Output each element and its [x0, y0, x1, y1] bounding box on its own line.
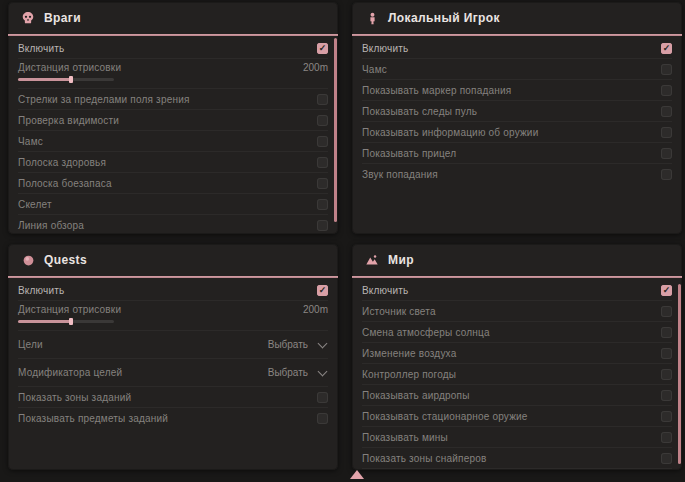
setting-label: Включить [362, 285, 408, 296]
panel-header[interactable]: Враги [8, 2, 338, 34]
setting-row-slider: Дистанция отрисовки200m [18, 59, 328, 89]
person-icon [365, 11, 379, 25]
setting-row: Включить✓ [362, 38, 672, 59]
checkbox[interactable]: ✓ [661, 106, 672, 117]
setting-row-dropdown: ЦелиВыбрать [18, 331, 328, 359]
panel-world: Мир Включить✓Источник света✓Смена атмосф… [352, 244, 682, 470]
checkmark-icon: ✓ [319, 286, 327, 295]
setting-label: Контроллер погоды [362, 369, 456, 380]
setting-label: Показать зоны заданий [18, 392, 131, 403]
mountain-icon [365, 253, 379, 267]
setting-label: Показывать информацию об оружии [362, 127, 538, 138]
setting-row: Контроллер погоды✓ [362, 364, 672, 385]
setting-label: Включить [18, 285, 64, 296]
setting-row: Изменение воздуха✓ [362, 343, 672, 364]
setting-label: Полоска здоровья [18, 157, 106, 168]
panel-local-player: Локальный Игрок Включить✓Чамс✓Показывать… [352, 2, 682, 234]
distance-slider[interactable] [18, 320, 114, 323]
setting-label: Показывать предметы заданий [18, 413, 168, 424]
checkbox[interactable]: ✓ [317, 392, 328, 403]
slider-handle[interactable] [69, 76, 73, 83]
panel-header[interactable]: Мир [352, 244, 682, 276]
checkbox[interactable]: ✓ [661, 127, 672, 138]
checkbox[interactable]: ✓ [661, 285, 672, 296]
setting-row: Полоска боезапаса✓ [18, 173, 328, 194]
panel-title: Quests [44, 253, 87, 267]
setting-label: Звук попадания [362, 169, 438, 180]
setting-label: Проверка видимости [18, 115, 119, 126]
skull-icon [21, 11, 35, 25]
chevron-down-icon [318, 366, 328, 376]
checkbox[interactable]: ✓ [317, 136, 328, 147]
setting-label: Включить [362, 43, 408, 54]
chevron-down-icon [318, 338, 328, 348]
setting-label: Показать зоны снайперов [362, 453, 487, 464]
setting-row: Стрелки за пределами поля зрения✓ [18, 89, 328, 110]
setting-row: Показать зоны заданий✓ [18, 387, 328, 408]
slider-value: 200m [303, 304, 328, 315]
checkbox[interactable]: ✓ [661, 327, 672, 338]
checkbox[interactable]: ✓ [661, 453, 672, 464]
checkbox[interactable]: ✓ [317, 43, 328, 54]
setting-row: Включить✓ [362, 280, 672, 301]
checkbox[interactable]: ✓ [317, 115, 328, 126]
panel-content: Включить✓Чамс✓Показывать маркер попадани… [352, 36, 682, 184]
distance-slider[interactable] [18, 78, 114, 81]
setting-label: Цели [18, 339, 43, 350]
setting-label: Показывать мины [362, 432, 448, 443]
scrollbar-thumb[interactable] [678, 284, 681, 464]
checkbox[interactable]: ✓ [317, 94, 328, 105]
setting-row: Показывать мины✓ [362, 427, 672, 448]
checkbox[interactable]: ✓ [661, 148, 672, 159]
setting-label: Показывать маркер попадания [362, 85, 511, 96]
checkbox[interactable]: ✓ [317, 220, 328, 231]
checkbox[interactable]: ✓ [661, 411, 672, 422]
checkbox[interactable]: ✓ [661, 64, 672, 75]
setting-row: Показывать следы пуль✓ [362, 101, 672, 122]
dropdown-select[interactable]: Выбрать [268, 367, 328, 378]
setting-row: Показывать аирдропы✓ [362, 385, 672, 406]
panel-content: Включить✓Дистанция отрисовки200mЦелиВыбр… [8, 278, 338, 428]
checkmark-icon: ✓ [663, 286, 671, 295]
setting-row: Линия обзора✓ [18, 215, 328, 234]
setting-label: Стрелки за пределами поля зрения [18, 94, 190, 105]
checkbox[interactable]: ✓ [661, 432, 672, 443]
setting-label: Скелет [18, 199, 52, 210]
checkbox[interactable]: ✓ [317, 157, 328, 168]
checkbox[interactable]: ✓ [661, 348, 672, 359]
checkbox[interactable]: ✓ [661, 369, 672, 380]
setting-row-slider: Дистанция отрисовки200m [18, 301, 328, 331]
setting-row: Включить✓ [18, 280, 328, 301]
checkbox[interactable]: ✓ [661, 85, 672, 96]
slider-value: 200m [303, 62, 328, 73]
setting-row: Смена атмосферы солнца✓ [362, 322, 672, 343]
panel-header[interactable]: Quests [8, 244, 338, 276]
panel-header[interactable]: Локальный Игрок [352, 2, 682, 34]
setting-row: Показывать предметы заданий✓ [18, 408, 328, 428]
setting-row: Показывать прицел✓ [362, 143, 672, 164]
slider-handle[interactable] [69, 318, 73, 325]
checkbox[interactable]: ✓ [317, 199, 328, 210]
checkmark-icon: ✓ [319, 44, 327, 53]
panel-title: Враги [44, 11, 81, 25]
dropdown-select[interactable]: Выбрать [268, 339, 328, 350]
scrollbar-thumb[interactable] [334, 38, 337, 222]
slider-row-top: Дистанция отрисовки200m [18, 304, 328, 315]
checkmark-icon: ✓ [663, 44, 671, 53]
dropdown-value: Выбрать [268, 339, 308, 350]
checkbox[interactable]: ✓ [317, 285, 328, 296]
setting-label: Смена атмосферы солнца [362, 327, 490, 338]
checkbox[interactable]: ✓ [661, 169, 672, 180]
setting-label: Чамс [18, 136, 43, 147]
cursor-triangle [350, 470, 364, 479]
checkbox[interactable]: ✓ [317, 413, 328, 424]
checkbox[interactable]: ✓ [317, 178, 328, 189]
panel-content: Включить✓Дистанция отрисовки200mСтрелки … [8, 36, 338, 234]
setting-row: Источник света✓ [362, 301, 672, 322]
checkbox[interactable]: ✓ [661, 306, 672, 317]
setting-label: Дистанция отрисовки [18, 304, 121, 315]
checkbox[interactable]: ✓ [661, 390, 672, 401]
setting-label: Линия обзора [18, 220, 84, 231]
checkbox[interactable]: ✓ [661, 43, 672, 54]
setting-label: Полоска боезапаса [18, 178, 112, 189]
